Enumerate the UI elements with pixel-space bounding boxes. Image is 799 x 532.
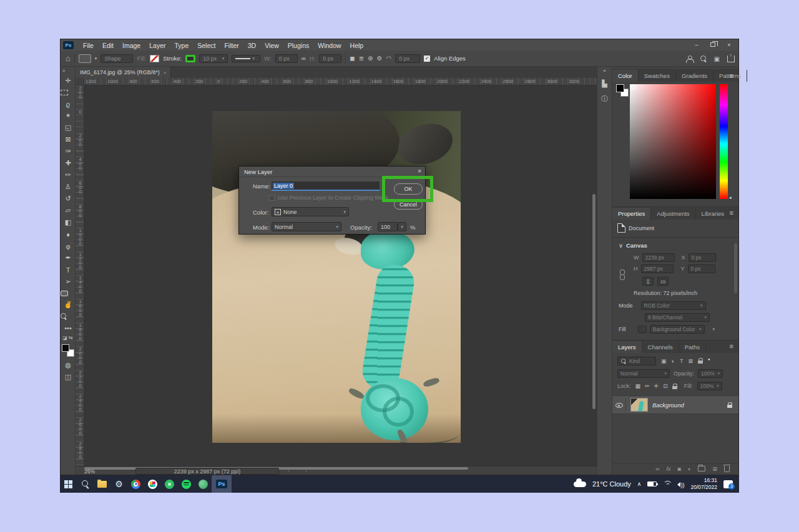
- delete-layer-icon[interactable]: [724, 466, 730, 472]
- lasso-tool[interactable]: ϱ: [61, 98, 76, 110]
- quick-mask-icon[interactable]: ◍: [61, 359, 76, 371]
- lock-artboard-icon[interactable]: ⊡: [663, 383, 668, 389]
- blend-mode-select[interactable]: Normal▾: [617, 369, 670, 378]
- settings-button[interactable]: ⚙: [110, 475, 127, 493]
- menu-item[interactable]: Image: [118, 42, 145, 49]
- canvas-width-input[interactable]: 2239 px: [642, 253, 675, 262]
- link-layers-icon[interactable]: ∞: [655, 466, 659, 472]
- panel-menu-icon[interactable]: ≡: [726, 72, 737, 80]
- taskbar-search-button[interactable]: [77, 475, 94, 493]
- zoom-tool[interactable]: [61, 313, 67, 319]
- opacity-input[interactable]: 100: [378, 222, 398, 231]
- panel-tab[interactable]: Channels: [642, 341, 679, 353]
- menu-item[interactable]: Layer: [145, 42, 170, 49]
- width-input[interactable]: 0 px: [275, 54, 298, 63]
- collapse-panels-icon[interactable]: «: [597, 68, 612, 74]
- color-mode-select[interactable]: RGB Color▾: [641, 301, 706, 310]
- path-alignment-icon[interactable]: ≣: [359, 55, 364, 62]
- spotify-button[interactable]: [178, 475, 195, 493]
- height-input[interactable]: 0 px: [319, 54, 341, 63]
- filter-type-icon[interactable]: T: [680, 358, 684, 364]
- chrome-button[interactable]: [127, 475, 144, 493]
- fill-select[interactable]: Background Color▾: [650, 325, 705, 334]
- lock-transparency-icon[interactable]: ▦: [635, 383, 641, 389]
- corner-radius-input[interactable]: 0 px: [395, 54, 420, 63]
- clipping-mask-checkbox[interactable]: [269, 195, 275, 201]
- stroke-type-select[interactable]: ▾: [232, 55, 260, 62]
- menu-item[interactable]: Help: [346, 42, 368, 49]
- dodge-tool[interactable]: φ: [61, 240, 76, 252]
- layer-name-input[interactable]: Layer 0: [272, 181, 380, 191]
- close-tab-icon[interactable]: ×: [164, 70, 167, 75]
- new-group-icon[interactable]: [698, 466, 705, 472]
- orientation-portrait-button[interactable]: ▯: [642, 277, 654, 286]
- share-icon[interactable]: [727, 56, 735, 62]
- lock-pixels-icon[interactable]: ✏: [645, 383, 650, 389]
- layer-row-background[interactable]: Background: [612, 395, 738, 414]
- frame-tool[interactable]: ⊠: [61, 133, 76, 145]
- history-brush-tool[interactable]: ↺: [61, 193, 76, 205]
- menu-item[interactable]: Edit: [98, 42, 118, 49]
- hue-slider-arrow[interactable]: ◂: [729, 195, 732, 200]
- filter-kind-select[interactable]: Kind: [617, 357, 656, 365]
- panel-tab[interactable]: Paths: [679, 341, 706, 353]
- opacity-dropdown-icon[interactable]: ▾: [398, 222, 406, 231]
- filter-frame-icon[interactable]: ⊠: [688, 358, 693, 364]
- menu-item[interactable]: Select: [193, 42, 220, 49]
- layer-name[interactable]: Background: [652, 402, 684, 409]
- mode-select[interactable]: Normal ▾: [272, 222, 341, 231]
- path-operations-icon[interactable]: ◼: [350, 55, 355, 62]
- panel-tab[interactable]: Swatches: [639, 70, 676, 82]
- notification-center-icon[interactable]: 3: [723, 480, 733, 488]
- menu-item[interactable]: Window: [313, 42, 345, 49]
- hue-slider[interactable]: [720, 84, 728, 199]
- menu-item[interactable]: Plugins: [283, 42, 313, 49]
- type-tool[interactable]: T: [61, 264, 76, 276]
- close-button[interactable]: ×: [721, 39, 737, 51]
- eyedropper-tool[interactable]: ✑: [61, 145, 76, 157]
- layer-style-icon[interactable]: fx: [667, 466, 671, 472]
- clone-stamp-tool[interactable]: ♙: [61, 181, 76, 193]
- chevron-icon[interactable]: ∨: [619, 242, 623, 249]
- battery-icon[interactable]: [647, 481, 657, 486]
- gear-icon[interactable]: ⚙: [376, 55, 382, 62]
- shape-mode-select[interactable]: Shape: [100, 54, 133, 63]
- pen-tool[interactable]: ✒: [61, 252, 76, 264]
- foreground-background-swatches[interactable]: [62, 344, 74, 357]
- menu-item[interactable]: 3D: [243, 42, 260, 49]
- link-dimensions-icon[interactable]: ∞: [301, 55, 306, 62]
- workspace-icon[interactable]: ▣: [714, 56, 720, 62]
- menu-item[interactable]: Filter: [220, 42, 243, 49]
- panel-tab[interactable]: Properties: [612, 208, 651, 220]
- filter-toggle-icon[interactable]: ●: [708, 357, 710, 361]
- browser-globe-button[interactable]: [195, 475, 212, 493]
- canvas-height-input[interactable]: 2987 px: [641, 264, 674, 273]
- toolbar-collapse-icon[interactable]: »: [61, 67, 75, 75]
- panel-menu-icon[interactable]: ≡: [726, 342, 737, 351]
- tray-expand-icon[interactable]: ∧: [637, 481, 642, 487]
- histogram-icon[interactable]: ▙: [597, 80, 612, 88]
- stroke-width-input[interactable]: 10 px▾: [199, 54, 228, 63]
- menu-item[interactable]: File: [79, 42, 98, 49]
- gradient-tool[interactable]: ◧: [61, 216, 76, 228]
- next-arrow-icon[interactable]: ›: [288, 468, 290, 474]
- path-arrangement-icon[interactable]: ⊕: [368, 55, 373, 62]
- dialog-close-icon[interactable]: ×: [418, 168, 421, 175]
- info-icon[interactable]: ⓘ: [597, 94, 612, 104]
- foreground-color-swatch[interactable]: [62, 344, 69, 352]
- panel-scrollbar[interactable]: [734, 243, 737, 293]
- new-adjustment-icon[interactable]: ◐: [688, 466, 691, 472]
- filter-adjustment-icon[interactable]: ◐: [672, 358, 675, 364]
- marquee-tool[interactable]: [61, 90, 68, 95]
- canvas-viewport[interactable]: [84, 85, 597, 466]
- edit-toolbar[interactable]: •••: [61, 322, 76, 334]
- chevron-down-icon[interactable]: ▾: [713, 327, 715, 332]
- move-tool[interactable]: ✛: [61, 75, 76, 87]
- crop-tool[interactable]: ◱: [61, 122, 76, 133]
- menu-item[interactable]: View: [260, 42, 283, 49]
- magic-wand-tool[interactable]: ✶: [61, 110, 76, 122]
- restore-button[interactable]: [705, 39, 721, 51]
- tool-preset-icon[interactable]: [79, 54, 91, 63]
- account-icon[interactable]: [686, 56, 693, 62]
- file-explorer-button[interactable]: [94, 475, 110, 493]
